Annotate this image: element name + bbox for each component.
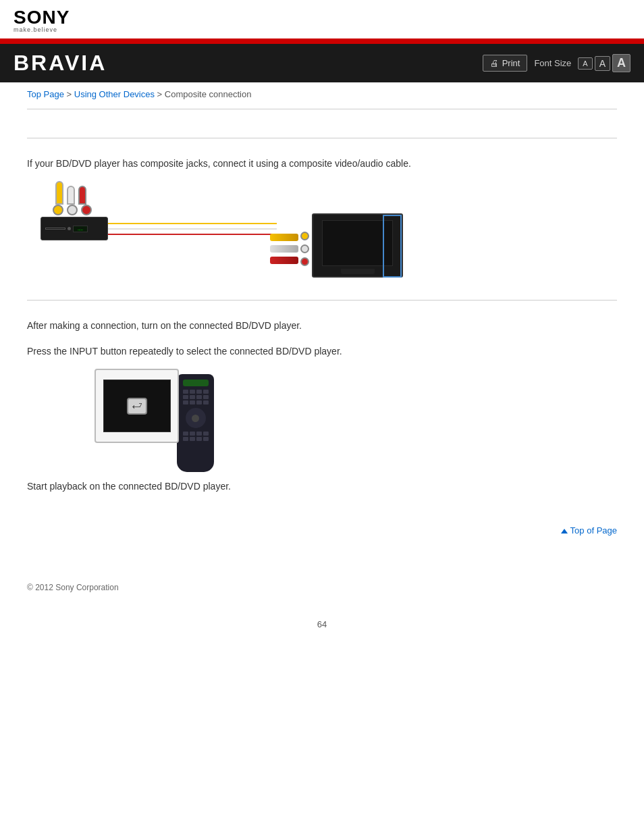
footer: © 2012 Sony Corporation	[0, 569, 644, 606]
rb6	[190, 395, 195, 399]
font-size-buttons: A A A	[578, 54, 630, 72]
cable-white	[67, 186, 75, 205]
bravia-bar: BRAVIA 🖨 Print Font Size A A A	[0, 44, 644, 82]
remote-btn-row5	[183, 437, 209, 441]
tv-plug-white	[270, 245, 298, 253]
breadcrumb-top-page[interactable]: Top Page	[27, 89, 64, 99]
font-small-button[interactable]: A	[578, 57, 592, 70]
sony-tagline: make.believe	[14, 27, 630, 33]
breadcrumb-sep2: >	[155, 89, 165, 99]
rb12	[203, 400, 209, 405]
jack-red	[81, 205, 92, 215]
breadcrumb-using-other-devices[interactable]: Using Other Devices	[74, 89, 155, 99]
rb14	[190, 432, 195, 436]
remote-btn-row4	[183, 432, 209, 436]
connection-description: If your BD/DVD player has composite jack…	[27, 156, 617, 171]
tv-connector	[270, 213, 406, 284]
tv-stand	[341, 269, 375, 274]
remote-btn-row2	[183, 395, 209, 399]
font-medium-button[interactable]: A	[595, 56, 610, 71]
remote-dpad	[186, 408, 206, 428]
arrow-up-icon	[561, 529, 568, 533]
breadcrumb-sep1: >	[64, 89, 74, 99]
cable-jacks	[53, 205, 115, 215]
page-number: 64	[0, 606, 644, 643]
breadcrumb-current: Composite connection	[165, 89, 252, 99]
top-of-page-container: Top of Page	[27, 511, 617, 542]
jack-yellow	[53, 205, 63, 215]
sony-brand: SONY	[14, 8, 630, 27]
input-button-icon: ⮐	[127, 398, 147, 415]
top-divider	[27, 109, 617, 109]
tv-body-container	[312, 213, 406, 284]
print-button[interactable]: 🖨 Print	[483, 55, 528, 72]
section2-top-divider	[27, 300, 617, 301]
section-after-connection: After making a connection, turn on the c…	[27, 305, 617, 511]
tv-port-red	[300, 257, 309, 266]
dvd-player-diagram: --:--	[41, 181, 115, 240]
jack-white	[67, 205, 78, 215]
sony-logo: SONY make.believe	[14, 8, 630, 33]
section1-top-divider	[27, 138, 617, 138]
remote-top-green	[183, 380, 209, 386]
rb5	[183, 395, 188, 399]
tv-port-white	[300, 244, 309, 253]
start-playback-text: Start playback on the connected BD/DVD p…	[27, 479, 617, 494]
tv-ports	[300, 232, 309, 266]
rb20	[203, 437, 209, 441]
cable-tops	[55, 181, 115, 205]
tv-port-yellow	[300, 232, 309, 240]
dvd-slot	[45, 228, 65, 230]
cable-line-white	[108, 228, 277, 230]
after-connection-line1: After making a connection, turn on the c…	[27, 318, 617, 333]
remote-btn-row3	[183, 400, 209, 405]
rb19	[196, 437, 202, 441]
cable-yellow	[55, 181, 63, 205]
tv-blue-sidebar	[383, 215, 402, 278]
cable-line-red	[108, 234, 277, 235]
tv-plug-yellow	[270, 234, 298, 241]
rb2	[190, 390, 195, 394]
remote-control	[177, 374, 214, 472]
font-large-button[interactable]: A	[612, 54, 630, 72]
remote-dpad-center	[192, 415, 199, 422]
print-icon: 🖨	[490, 58, 499, 68]
tv-front-panel: ⮐	[95, 369, 179, 443]
rb13	[183, 432, 188, 436]
rb3	[196, 390, 202, 394]
rb11	[196, 400, 202, 405]
dvd-display: --:--	[73, 226, 88, 232]
rb7	[196, 395, 202, 399]
after-connection-line2: Press the INPUT button repeatedly to sel…	[27, 344, 617, 359]
cable-line-yellow	[108, 223, 277, 224]
section-connection: If your BD/DVD player has composite jack…	[27, 142, 617, 296]
rb8	[203, 395, 209, 399]
rb17	[183, 437, 188, 441]
step2-diagram: ⮐	[95, 369, 617, 472]
bravia-controls: 🖨 Print Font Size A A A	[483, 54, 630, 72]
dvd-power-btn	[68, 227, 71, 230]
tv-body	[312, 213, 403, 278]
font-size-label: Font Size	[534, 58, 571, 68]
tv-front-screen: ⮐	[103, 380, 171, 432]
cable-red	[78, 186, 86, 205]
rb18	[190, 437, 195, 441]
rb10	[190, 400, 195, 405]
copyright-text: © 2012 Sony Corporation	[27, 583, 119, 592]
rb1	[183, 390, 188, 394]
top-of-page-link[interactable]: Top of Page	[561, 525, 617, 536]
remote-btn-row1	[183, 390, 209, 394]
bravia-title: BRAVIA	[14, 51, 107, 76]
rb16	[203, 432, 209, 436]
connection-diagram: --:--	[41, 181, 617, 269]
breadcrumb: Top Page > Using Other Devices > Composi…	[27, 82, 617, 105]
rb15	[196, 432, 202, 436]
rb9	[183, 400, 188, 405]
spacer-top	[27, 113, 617, 134]
red-banner	[0, 38, 644, 44]
tv-plug-red	[270, 257, 298, 264]
dvd-body: --:--	[41, 217, 108, 240]
tv-plugs	[270, 234, 298, 264]
main-content: Top Page > Using Other Devices > Composi…	[0, 82, 644, 569]
rb4	[203, 390, 209, 394]
